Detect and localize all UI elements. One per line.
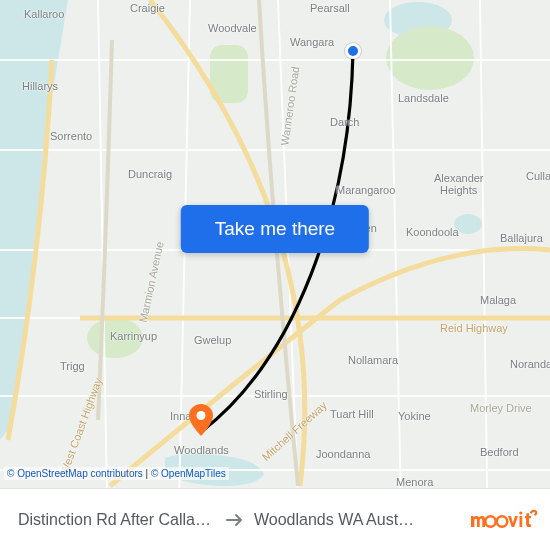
map-attribution: © OpenStreetMap contributors | © OpenMap…: [4, 467, 229, 480]
moovit-logo[interactable]: [468, 508, 538, 532]
svg-point-9: [519, 511, 522, 514]
svg-point-4: [87, 318, 143, 358]
route-to-text: Woodlands WA Aust…: [254, 511, 414, 529]
svg-point-7: [497, 516, 507, 526]
map-root: KallarooCraigiePearsallWoodvaleWangaraHi…: [0, 0, 550, 550]
route-bottom-bar: Distinction Rd After Callaw… Woodlands W…: [0, 488, 550, 550]
openmaptiles-attribution-link[interactable]: © OpenMapTiles: [151, 468, 226, 479]
svg-point-5: [197, 411, 206, 420]
svg-rect-8: [520, 516, 523, 527]
svg-point-6: [485, 516, 495, 526]
route-start-marker: [345, 43, 361, 59]
route-end-marker: [189, 404, 213, 436]
take-me-there-button[interactable]: Take me there: [181, 205, 369, 253]
osm-attribution-link[interactable]: © OpenStreetMap contributors: [7, 468, 143, 479]
arrow-right-icon: [226, 513, 244, 527]
route-summary[interactable]: Distinction Rd After Callaw… Woodlands W…: [18, 511, 458, 529]
svg-point-3: [386, 26, 474, 90]
svg-point-1: [454, 214, 482, 234]
route-from-text: Distinction Rd After Callaw…: [18, 511, 216, 529]
